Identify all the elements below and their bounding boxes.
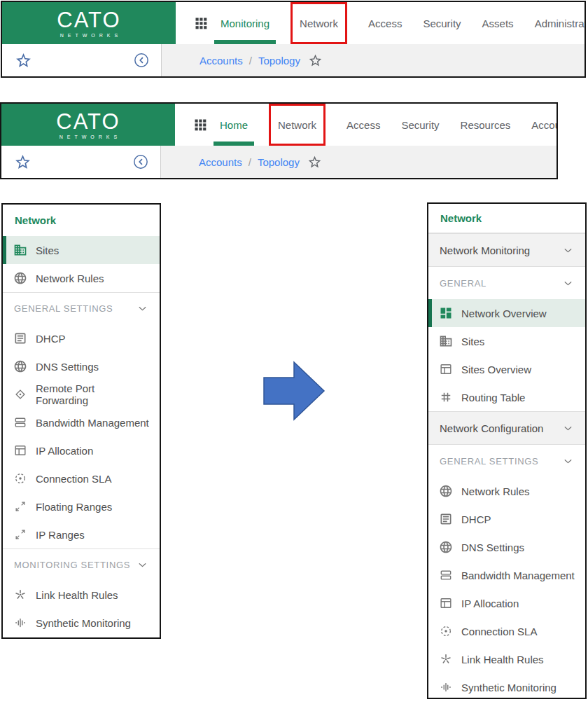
menu-item-synthetic-monitoring[interactable]: Synthetic Monitoring <box>428 673 585 699</box>
transition-arrow-icon <box>263 360 326 422</box>
tab-network[interactable]: Network <box>290 2 347 44</box>
menu-item-sites-overview[interactable]: Sites Overview <box>428 355 585 383</box>
menu-item-dns-settings[interactable]: DNS Settings <box>3 352 160 380</box>
tab-monitoring[interactable]: Monitoring <box>220 2 270 44</box>
tab-access[interactable]: Access <box>368 2 402 44</box>
section-header-general-settings[interactable]: GENERAL SETTINGS <box>428 445 585 477</box>
collapse-chevron-icon[interactable] <box>133 154 148 170</box>
menu-item-sites[interactable]: Sites <box>428 327 585 355</box>
section-header-general[interactable]: GENERAL <box>428 267 585 299</box>
target-icon <box>13 471 27 485</box>
collapse-chevron-icon[interactable] <box>134 53 149 68</box>
section-expander-network-monitoring[interactable]: Network Monitoring <box>428 233 585 267</box>
menu-item-synthetic-monitoring[interactable]: Synthetic Monitoring <box>3 609 160 637</box>
menu-item-label: DNS Settings <box>36 361 99 373</box>
menu-item-label: Connection SLA <box>461 626 537 637</box>
section-header-general-settings[interactable]: GENERAL SETTINGS <box>3 292 160 324</box>
globe-icon <box>439 484 453 498</box>
globe-icon <box>13 271 27 285</box>
menu-item-network-rules[interactable]: Network Rules <box>3 264 160 292</box>
cato-logo[interactable]: CATO NETWORKS <box>2 2 176 44</box>
logo-title: CATO <box>57 9 120 31</box>
menu-item-ip-allocation[interactable]: IP Allocation <box>428 589 585 617</box>
table-icon <box>439 362 453 376</box>
menu-item-routing-table[interactable]: Routing Table <box>428 383 585 411</box>
menu-item-label: Link Health Rules <box>461 654 544 665</box>
menu-item-link-health-rules[interactable]: Link Health Rules <box>428 645 585 673</box>
menu-item-label: Network Overview <box>461 308 547 319</box>
favorite-star-icon[interactable] <box>14 153 31 171</box>
menu-item-connection-sla[interactable]: Connection SLA <box>428 617 585 645</box>
target-icon <box>439 624 453 638</box>
menu-item-dhcp[interactable]: DHCP <box>3 324 160 352</box>
chevron-down-icon <box>562 244 574 256</box>
breadcrumb: Accounts/Topology <box>162 44 584 76</box>
equalizer-icon <box>13 616 27 630</box>
tab-home[interactable]: Home <box>220 104 248 146</box>
tab-resources[interactable]: Resources <box>461 104 511 146</box>
breadcrumb: Accounts/Topology <box>161 146 556 178</box>
menu-item-network-rules[interactable]: Network Rules <box>428 477 585 505</box>
section-label: GENERAL SETTINGS <box>14 303 113 314</box>
equalizer-icon <box>439 680 453 694</box>
breadcrumb-link-topology[interactable]: Topology <box>258 55 300 67</box>
app-launcher-icon[interactable] <box>194 16 208 30</box>
sites-icon <box>13 243 27 257</box>
menu-item-bandwidth-management[interactable]: Bandwidth Management <box>428 561 585 589</box>
logo-subtitle: NETWORKS <box>56 33 122 38</box>
resize-icon <box>13 527 27 541</box>
menu-item-label: Remote Port Forwarding <box>36 382 149 406</box>
menu-item-label: IP Allocation <box>36 445 93 457</box>
diamond-icon <box>13 387 27 401</box>
sidebar-menu-new: NetworkNetwork MonitoringGENERALNetwork … <box>427 202 587 699</box>
menu-item-label: Floating Ranges <box>36 501 112 513</box>
menu-item-bandwidth-management[interactable]: Bandwidth Management <box>3 408 160 436</box>
logo-subtitle: NETWORKS <box>55 134 121 139</box>
tab-security[interactable]: Security <box>401 104 439 146</box>
section-header-monitoring-settings[interactable]: MONITORING SETTINGS <box>3 548 160 581</box>
menu-item-ip-allocation[interactable]: IP Allocation <box>3 436 160 464</box>
panel-title: Network <box>428 204 585 233</box>
section-label: Network Configuration <box>440 422 543 434</box>
table-icon <box>13 443 27 457</box>
cato-logo[interactable]: CATO NETWORKS <box>1 104 175 146</box>
menu-item-remote-port-forwarding[interactable]: Remote Port Forwarding <box>3 380 160 408</box>
header-old: CATO NETWORKS MonitoringNetworkAccessSec… <box>1 1 586 78</box>
menu-item-sites[interactable]: Sites <box>3 236 160 264</box>
menu-item-label: Synthetic Monitoring <box>461 682 556 693</box>
nav-tabs: HomeNetworkAccessSecurityResourcesAccoun… <box>220 104 558 146</box>
sidebar-menu-old: NetworkSitesNetwork RulesGENERAL SETTING… <box>1 203 161 639</box>
menu-item-floating-ranges[interactable]: Floating Ranges <box>3 492 160 520</box>
breadcrumb-link-accounts[interactable]: Accounts <box>199 156 242 168</box>
breadcrumb-favorite-icon[interactable] <box>307 155 322 170</box>
menu-item-dns-settings[interactable]: DNS Settings <box>428 533 585 561</box>
section-expander-network-configuration[interactable]: Network Configuration <box>428 411 585 445</box>
breadcrumb-link-accounts[interactable]: Accounts <box>200 55 243 67</box>
panel-title: Network <box>3 205 160 236</box>
menu-item-dhcp[interactable]: DHCP <box>428 505 585 533</box>
breadcrumb-link-topology[interactable]: Topology <box>258 156 300 168</box>
breadcrumb-favorite-icon[interactable] <box>308 53 323 68</box>
chevron-down-icon <box>562 455 574 467</box>
table-icon <box>439 596 453 610</box>
tab-administration[interactable]: Administration <box>535 2 586 44</box>
dashboard-icon <box>439 306 453 320</box>
tab-security[interactable]: Security <box>423 2 461 44</box>
chevron-down-icon <box>136 559 148 571</box>
favorite-star-icon[interactable] <box>15 52 32 69</box>
hub-icon <box>439 652 453 666</box>
tab-network[interactable]: Network <box>269 104 326 146</box>
menu-item-link-health-rules[interactable]: Link Health Rules <box>3 581 160 609</box>
breadcrumb-separator: / <box>248 156 251 168</box>
menu-item-connection-sla[interactable]: Connection SLA <box>3 464 160 492</box>
menu-item-label: IP Allocation <box>461 598 519 609</box>
menu-item-network-overview[interactable]: Network Overview <box>428 299 585 327</box>
tab-account[interactable]: Account <box>531 104 558 146</box>
menu-item-label: Bandwidth Management <box>36 417 149 429</box>
tab-assets[interactable]: Assets <box>482 2 514 44</box>
app-launcher-icon[interactable] <box>193 118 207 132</box>
tab-access[interactable]: Access <box>346 104 380 146</box>
menu-item-label: Sites Overview <box>461 364 531 375</box>
menu-item-ip-ranges[interactable]: IP Ranges <box>3 520 160 548</box>
menu-item-label: Connection SLA <box>36 473 111 485</box>
